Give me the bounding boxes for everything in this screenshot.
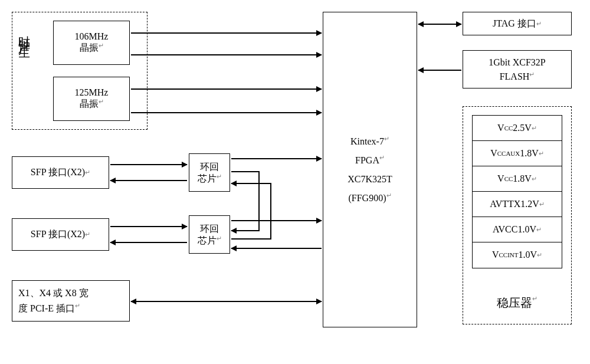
fpga-l2: FPGA (355, 155, 379, 165)
reg-row-3: AVTTX1.2V↵ (473, 192, 562, 217)
osc-106: 106MHz 晶振↵ (53, 21, 130, 65)
arrow-osc2-a (131, 88, 322, 90)
reg-row-4: AVCC1.0V↵ (473, 217, 562, 242)
reg-row-5: VCCINT1.0V↵ (473, 242, 562, 267)
arrow-sfp1-in (110, 180, 187, 181)
jtag-text: JTAG 接口 (493, 18, 536, 30)
fpga-l4: (FFG900) (348, 193, 386, 203)
arrow-pcie (131, 301, 322, 302)
cross-line-2 (231, 183, 271, 184)
arrow-loop2-b (231, 248, 322, 249)
clock-label: 时钟产生 (17, 27, 32, 41)
reg-row-1: VCCAUX1.8V↵ (473, 141, 562, 166)
flash-box: 1Gbit XCF32P FLASH↵ (463, 50, 572, 88)
osc1-freq: 106MHz (75, 31, 109, 42)
regulator-table: VCC2.5V↵ VCCAUX1.8V↵ VCC1.8V↵ AVTTX1.2V↵… (472, 115, 562, 268)
arrow-loop1-a (231, 158, 322, 159)
loopback-2: 环回 芯片↵ (189, 215, 230, 254)
reg-row-2: VCC1.8V↵ (473, 166, 562, 192)
arrow-sfp2-in (110, 242, 187, 243)
arrow-sfp2-out (110, 226, 187, 227)
sfp-1: SFP 接口(X2)↵ (12, 156, 109, 189)
osc-125: 125MHz 晶振↵ (53, 77, 130, 121)
cross-line-2v (270, 183, 271, 240)
osc1-name: 晶振 (80, 42, 99, 53)
loopback-1: 环回 芯片↵ (189, 153, 230, 192)
pcie-l1: X1、X4 或 X8 宽 (18, 286, 88, 301)
sfp1-text: SFP 接口(X2) (31, 166, 85, 179)
sfp-2: SFP 接口(X2)↵ (12, 218, 109, 251)
cross-line-1b (231, 230, 260, 231)
loop1-l1: 环回 (200, 161, 219, 172)
cross-line-2b (231, 238, 271, 240)
flash-l1: 1Gbit XCF32P (489, 55, 545, 70)
fpga-box: Kintex-7↵ FPGA↵ XC7K325T (FFG900)↵ (323, 12, 417, 327)
arrow-flash (418, 70, 461, 71)
osc2-freq: 125MHz (75, 87, 109, 98)
loop2-l1: 环回 (200, 223, 219, 234)
arrow-sfp1-out (110, 164, 187, 165)
loop2-l2: 芯片 (198, 235, 217, 245)
arrow-jtag (418, 24, 461, 25)
sfp2-text: SFP 接口(X2) (31, 228, 85, 241)
fpga-l3: XC7K325T (348, 174, 392, 184)
loop1-l2: 芯片 (198, 173, 217, 183)
fpga-l1: Kintex-7 (350, 136, 384, 146)
arrow-osc1-b (131, 54, 322, 55)
jtag-box: JTAG 接口↵ (463, 12, 572, 35)
arrow-osc2-b (131, 112, 322, 113)
pcie-box: X1、X4 或 X8 宽 度 PCI-E 插口↵ (12, 280, 130, 322)
reg-row-0: VCC2.5V↵ (473, 116, 562, 141)
cross-line-1 (231, 171, 260, 172)
pcie-l2: 度 PCI-E 插口 (18, 303, 75, 313)
regulator-label: 稳压器↵ (463, 295, 572, 311)
flash-l2: FLASH (500, 71, 530, 81)
cross-line-1v (258, 171, 260, 230)
arrow-osc1-a (131, 32, 322, 34)
osc2-name: 晶振 (80, 99, 99, 109)
arrow-loop2-a (231, 220, 322, 221)
